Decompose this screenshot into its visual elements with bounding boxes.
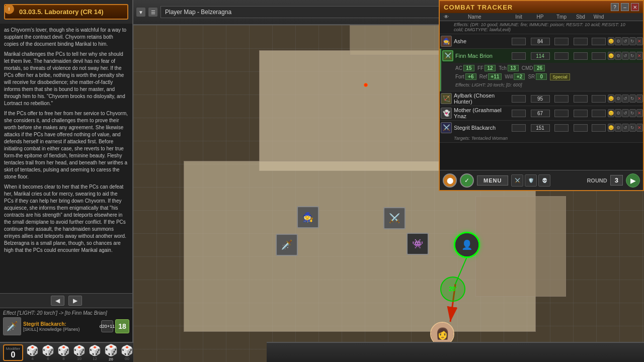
mother-sbd-input[interactable] (574, 110, 588, 117)
stegrit-name[interactable]: Stegrit Blackarch (453, 125, 509, 131)
ct-close-button[interactable]: ✕ (631, 3, 639, 11)
chat-effect-line: Effect ['LIGHT: 20 torch'] -> [to Finn M… (3, 310, 129, 316)
map-menu-icon[interactable]: ☰ (148, 8, 157, 17)
dice-d6[interactable]: 🎲 6 (42, 344, 54, 361)
mother-action-arrow2[interactable]: ↻ (629, 109, 636, 117)
ct-next-round-button[interactable]: ▶ (626, 173, 640, 188)
combat-tracker: Combat Tracker ? – ✕ 👁 Name Init HP Tmp … (439, 0, 644, 191)
dice-d00[interactable]: 🎲 00 (121, 344, 133, 361)
ashe-action-arrow2[interactable]: ↻ (629, 37, 636, 45)
mother-action-arrow1[interactable]: ↺ (622, 109, 628, 117)
aylbark-name[interactable]: Aylbark (Chosen Hunter) (453, 93, 509, 105)
ashe-wnd-input[interactable] (592, 38, 606, 45)
ashe-hp-input[interactable] (531, 38, 550, 45)
ashe-sbd-input[interactable] (574, 38, 588, 45)
mother-name[interactable]: Mother (Grashmael Ynaz (453, 107, 509, 119)
token-3-figure: 🗡️ (277, 235, 297, 255)
aylbark-sbd-input[interactable] (574, 95, 588, 103)
ashe-init-input[interactable] (512, 38, 526, 45)
finn-action-delete[interactable]: ✕ (636, 52, 643, 60)
token-4[interactable]: 👾 (407, 233, 429, 255)
nav-prev-button[interactable]: ◀ (51, 296, 64, 306)
finn-wnd-input[interactable] (592, 52, 606, 60)
mother-tmp-input[interactable] (554, 110, 569, 117)
stegrit-action-arrow1[interactable]: ↺ (622, 124, 628, 132)
mother-action-smiley[interactable]: 😊 (608, 109, 614, 117)
finn-name[interactable]: Finn Mac Brion (454, 53, 509, 59)
nav-buttons: ◀ ▶ (0, 293, 132, 308)
aylbark-action-smiley[interactable]: 😊 (608, 95, 614, 103)
finn-sbd-input[interactable] (574, 52, 588, 60)
finn-sr: 0 (536, 73, 547, 80)
stegrit-action-smiley[interactable]: 😊 (608, 124, 614, 132)
dice-d20[interactable]: 🎲 20 (104, 344, 118, 361)
ct-col-name-header: Name (453, 14, 509, 20)
ct-action-icon-1[interactable]: ⚔️ (511, 174, 523, 187)
aylbark-hp-input[interactable] (531, 95, 550, 103)
ct-action-icon-2[interactable]: 🛡️ (525, 174, 537, 187)
ct-action-icon-3[interactable]: 💀 (538, 174, 550, 187)
finn-cmd: 26 (534, 65, 545, 71)
ct-gold-icon[interactable]: ⬤ (443, 173, 457, 188)
ct-effects-row: Effects: (DR: 10 good; IMMUNE: fire; IMM… (440, 21, 643, 34)
ashe-action-smiley[interactable]: 😊 (608, 37, 614, 45)
aylbark-action-delete[interactable]: ✕ (636, 95, 643, 103)
token-5-selected[interactable]: 👤 (454, 232, 480, 258)
stegrit-init-input[interactable] (512, 124, 526, 132)
ashe-action-gear[interactable]: ⚙ (615, 37, 621, 45)
dice-d8[interactable]: 🎲 8 (57, 344, 70, 361)
mother-action-gear[interactable]: ⚙ (615, 109, 621, 117)
ct-titlebar: Combat Tracker ? – ✕ (440, 1, 643, 13)
ashe-action-arrow1[interactable]: ↺ (622, 37, 628, 45)
token-1[interactable]: 🧙 (297, 206, 319, 228)
finn-action-arrow2[interactable]: ↻ (629, 52, 636, 60)
ashe-name[interactable]: Ashe (453, 38, 509, 44)
ashe-action-delete[interactable]: ✕ (636, 37, 643, 45)
stegrit-action-arrow2[interactable]: ↻ (629, 124, 636, 132)
stegrit-sbd-input[interactable] (574, 124, 588, 132)
aylbark-action-gear[interactable]: ⚙ (615, 95, 621, 103)
aylbark-action-arrow1[interactable]: ↺ (622, 95, 628, 103)
dice-d12[interactable]: 🎲 12 (89, 344, 101, 361)
ashe-tmp-input[interactable] (554, 38, 569, 45)
text-para-2: Marikal challenges the PCs to tell her w… (4, 51, 128, 107)
nav-next-button[interactable]: ▶ (68, 296, 82, 306)
aylbark-tmp-input[interactable] (554, 95, 569, 103)
ct-help-button[interactable]: ? (611, 3, 619, 11)
mother-action-delete[interactable]: ✕ (636, 109, 643, 117)
finn-expanded: AC 15 FF 12 Tch 13 CMD 26 (441, 63, 643, 91)
dice-d4[interactable]: 🎲 4 (26, 344, 39, 361)
finn-tmp-input[interactable] (554, 52, 569, 60)
aylbark-wnd-input[interactable] (592, 95, 606, 103)
aylbark-action-arrow2[interactable]: ↻ (629, 95, 636, 103)
ct-menu-button[interactable]: MENU (477, 175, 508, 186)
ct-minimize-button[interactable]: – (621, 3, 629, 11)
stegrit-hp-input[interactable] (531, 124, 550, 132)
text-para-1: as Chyvorm's lover, though she is watchf… (4, 27, 128, 48)
stegrit-action-delete[interactable]: ✕ (636, 124, 643, 132)
finn-special: Special (550, 73, 570, 80)
token-3[interactable]: 🗡️ (276, 234, 298, 256)
finn-action-smiley[interactable]: 😊 (608, 52, 614, 60)
bottom-toolbar (267, 342, 644, 362)
mother-init-input[interactable] (512, 110, 526, 117)
ct-row-stegrit: ⚔️ Stegrit Blackarch 😊 ⚙ ↺ ↻ ✕ Targets: … (440, 121, 643, 143)
token-2[interactable]: ⚔️ (383, 207, 406, 229)
ct-top-effects: Effects: (DR: 10 good; IMMUNE: fire; IMM… (440, 21, 643, 34)
finn-fort: +6 (465, 73, 476, 80)
stegrit-wnd-input[interactable] (592, 124, 606, 132)
dice-d10[interactable]: 🎲 10 (73, 344, 86, 361)
mother-hp-input[interactable] (531, 110, 550, 117)
finn-hp-input[interactable] (531, 52, 550, 60)
stegrit-tmp-input[interactable] (554, 124, 569, 132)
finn-action-arrow1[interactable]: ↺ (622, 52, 628, 60)
stegrit-action-gear[interactable]: ⚙ (615, 124, 621, 132)
mother-wnd-input[interactable] (592, 110, 606, 117)
finn-effects: Effects: LIGHT: 20 torch; [D: 600] (455, 81, 639, 89)
finn-init-input[interactable] (512, 52, 526, 60)
ct-round-value: 3 (610, 175, 623, 186)
ct-green-icon[interactable]: ✓ (460, 173, 474, 188)
token-4-figure: 👾 (408, 234, 428, 254)
aylbark-init-input[interactable] (512, 95, 526, 103)
finn-action-gear[interactable]: ⚙ (615, 52, 621, 60)
